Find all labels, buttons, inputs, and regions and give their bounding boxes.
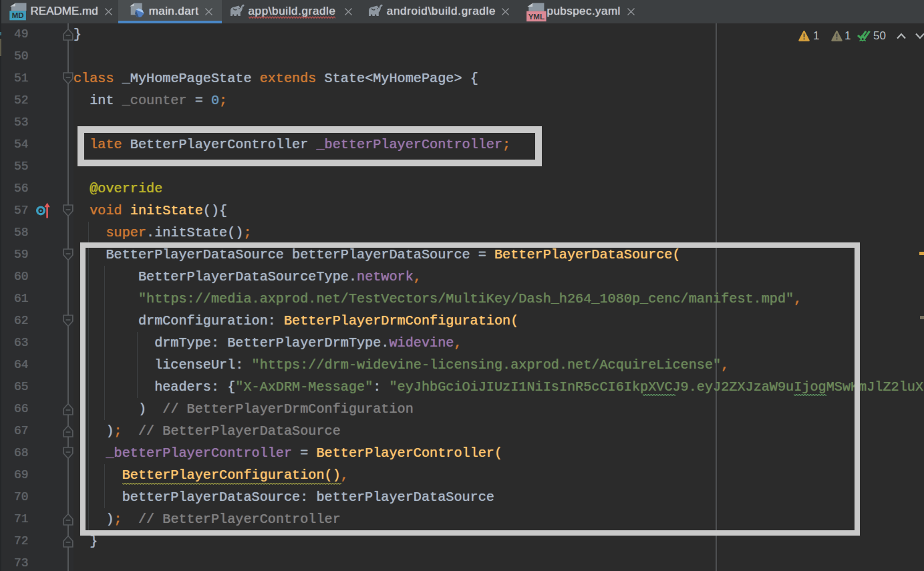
svg-text:MD: MD [12,11,24,19]
svg-text:YML: YML [528,13,545,21]
